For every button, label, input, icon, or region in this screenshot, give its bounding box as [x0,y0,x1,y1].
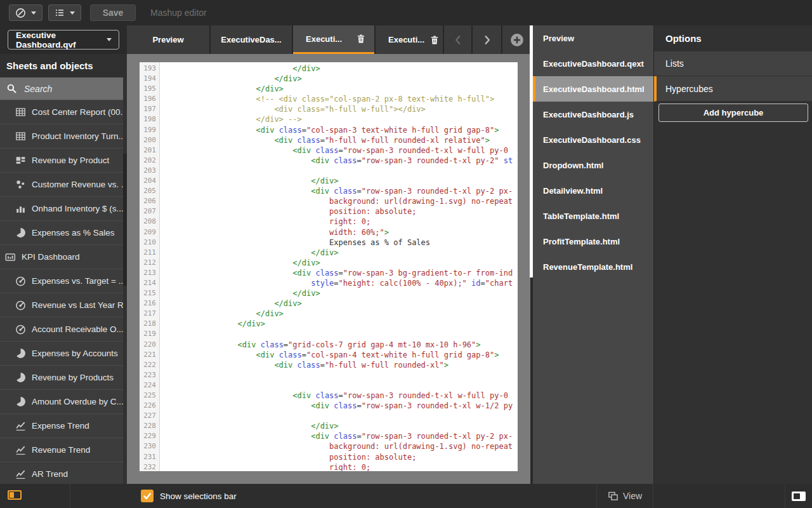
file-item-label: Detailview.html [543,186,603,196]
file-item-label: ExecutiveDashboard.qext [543,59,644,69]
sidebar-item-ar-trend[interactable]: AR Trend [0,462,127,484]
code-line-222: 222 <div class="h-full w-full rounded-xl… [140,360,518,370]
line-number: 206 [140,196,160,206]
code-line-217: 217 </div> [140,309,518,319]
search-input[interactable] [23,83,105,95]
sidebar-item-expenses-vs-target[interactable]: Expenses vs. Target = ... [0,269,127,293]
code-line-224: 224 [140,380,518,391]
add-hypercube-button[interactable]: Add hypercube [658,104,808,122]
sidebar-item-revenue-vs-last-year-r[interactable]: Revenue vs Last Year R... [0,293,127,317]
code-line-content: </div> [160,421,339,431]
code-line-content: </div> [160,84,284,94]
sidebar-item-cost-center-report-00[interactable]: Cost Center Report (00... [0,100,127,124]
list-menu-button[interactable] [48,4,81,21]
top-toolbar: Save Mashup editor [0,0,812,25]
options-item-lists[interactable]: Lists [654,51,812,76]
sidebar-item-customer-revenue-vs[interactable]: Customer Revenue vs. ... [0,172,127,196]
sidebar-item-label: Onhand Inventory $ (s... [32,204,124,213]
view-button[interactable]: View [596,484,653,508]
tab-label: Preview [152,35,183,44]
code-line-195: 195 </div> [140,84,518,94]
tab-executi-[interactable]: Executi... [376,25,443,54]
code-line-204: 204 </div> [140,176,518,186]
sheets-objects-panel: Sheets and objects Cost Center Report (0… [0,54,127,484]
sidebar-item-kpi-dashboard[interactable]: KPI Dashboard [0,244,127,269]
tab-strip: PreviewExecutiveDas...Executi...Executi.… [127,25,534,54]
sidebar-item-label: Expenses vs. Target = ... [32,276,126,286]
sheets-objects-list: Cost Center Report (00...Product Invento… [0,100,127,484]
bottom-bar: Show selections bar View [0,484,812,508]
file-item-dropdown-html[interactable]: Dropdown.html [533,152,653,178]
hub-menu-button[interactable] [9,4,43,21]
toggle-right-panel-icon [792,491,806,501]
code-editor-area: 193 </div>194 </div>195 </div>196 <!-- <… [127,54,530,484]
add-tab-button[interactable] [502,25,531,54]
code-line-content: background: url(drawing-1.svg) no-repeat [160,196,513,206]
tab-scroll-right-button[interactable] [473,25,501,54]
file-item-executivedashboard-css[interactable]: ExecutiveDashboard.css [533,127,653,152]
trash-icon[interactable] [356,34,366,44]
file-item-executivedashboard-js[interactable]: ExecutiveDashboard.js [533,102,653,127]
sidebar-item-label: Amount Overdue by C... [32,397,124,406]
code-line-230: 230 background: url(drawing-1.svg) no-re… [140,441,518,451]
options-item-hypercubes[interactable]: Hypercubes [654,76,812,102]
code-editor[interactable]: 193 </div>194 </div>195 </div>196 <!-- <… [140,62,518,471]
line-number: 194 [140,74,160,84]
code-line-223: 223 [140,370,518,380]
code-lines: 193 </div>194 </div>195 </div>196 <!-- <… [140,62,518,471]
tab-scroll-left-button[interactable] [444,25,471,54]
sidebar-item-revenue-by-product[interactable]: Revenue by Product [0,148,127,172]
line-number: 195 [140,84,160,94]
code-line-content: <div class="row-span-3 rounded-t-xl w-fu… [160,145,508,156]
table-icon [15,107,26,117]
sidebar-item-amount-overdue-by-c[interactable]: Amount Overdue by C... [0,389,127,413]
toggle-right-panel-button[interactable] [785,484,812,508]
sidebar-item-expenses-by-accounts[interactable]: Expenses by Accounts [0,341,127,365]
file-item-executivedashboard-qext[interactable]: ExecutiveDashboard.qext [533,51,653,76]
file-item-revenuetemplate-html[interactable]: RevenueTemplate.html [533,254,653,279]
code-line-content: background: url(drawing-1.svg) no-repeat [160,441,513,451]
file-item-tabletemplate-html[interactable]: TableTemplate.html [533,203,653,229]
code-line-232: 232 right: 0; [140,462,518,471]
sidebar-item-account-receivable-o[interactable]: Account Receivable O... [0,317,127,341]
sidebar-item-product-inventory-turn[interactable]: Product Inventory Turn... [0,124,127,148]
line-number: 213 [140,268,160,278]
code-line-198: 198 </div> --> [140,114,518,124]
save-button[interactable]: Save [90,4,136,21]
sidebar-item-expense-trend[interactable]: Expense Trend [0,413,127,438]
editor-scrollbar-thumb[interactable] [530,25,533,277]
trash-icon[interactable] [429,35,440,45]
toggle-left-panel-icon[interactable] [8,490,22,500]
file-item-detailview-html[interactable]: Detailview.html [533,178,653,203]
code-line-content [160,329,164,339]
sidebar-item-label: Revenue by Products [32,373,114,382]
code-line-content: <div class="row-span-3 rounded-t-xl w-fu… [160,391,508,401]
code-line-content: <div class="row-span-3 bg-gradient-to-r … [160,268,513,278]
line-number: 196 [140,94,160,104]
tab-executi-[interactable]: Executi... [293,25,374,54]
tab-preview[interactable]: Preview [127,25,209,54]
tab-label: Executi... [388,35,424,44]
tab-executivedas-[interactable]: ExecutiveDas... [211,25,292,54]
mashup-editor-window: Save Mashup editor Executive Dashboard.q… [0,0,812,508]
code-line-content: style="height: calc(100% - 40px);" id="c… [160,278,513,288]
sidebar-item-expenses-as-sales[interactable]: Expenses as % Sales [0,220,127,244]
sidebar-item-revenue-trend[interactable]: Revenue Trend [0,438,127,462]
sidebar-item-revenue-by-products[interactable]: Revenue by Products [0,365,127,389]
sheet-icon [5,251,16,262]
code-line-205: 205 <div class="row-span-3 rounded-t-xl … [140,186,518,196]
show-selections-checkbox[interactable] [141,490,154,502]
gauge-icon [15,324,26,335]
code-line-203: 203 [140,166,518,176]
file-item-preview[interactable]: Preview [533,25,653,51]
search-box[interactable] [0,77,127,100]
line-number: 212 [140,258,160,268]
line-number: 219 [140,329,160,339]
sidebar-item-label: Account Receivable O... [32,324,124,334]
file-item-executivedashboard-html[interactable]: ExecutiveDashboard.html [533,76,653,102]
code-line-content: right: 0; [160,462,370,471]
code-line-content: <div class="col-span-3 text-white h-full… [160,125,499,135]
app-selector-dropdown[interactable]: Executive Dashboard.qvf [8,30,119,50]
sidebar-item-onhand-inventory-s[interactable]: Onhand Inventory $ (s... [0,196,127,220]
file-item-profittemplate-html[interactable]: ProfitTemplate.html [533,229,653,254]
